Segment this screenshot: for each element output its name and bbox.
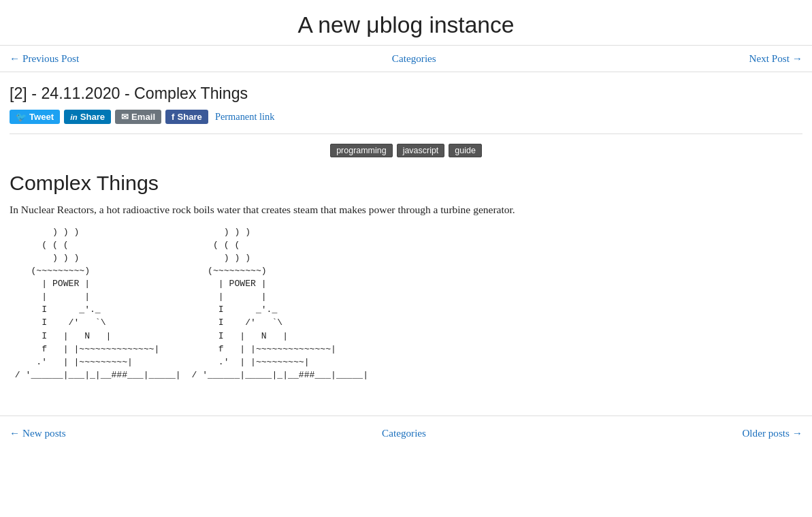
post-intro: In Nuclear Reactors, a hot radioactive r… [10,202,802,217]
email-icon: ✉ [121,112,129,122]
facebook-icon: f [172,112,174,122]
facebook-share-button[interactable]: f Share [165,110,208,124]
tag-javascript[interactable]: javascript [397,144,445,157]
post-content: Complex Things In Nuclear Reactors, a ho… [0,161,812,395]
linkedin-share-button[interactable]: in Share [64,110,111,124]
tag-programming[interactable]: programming [330,144,392,157]
tweet-label: Tweet [29,112,54,122]
tweet-button[interactable]: 🐦 Tweet [10,110,60,124]
post-meta-title: [2] - 24.11.2020 - Complex Things [10,84,802,103]
site-title: A new μblog instance [14,12,798,38]
categories-link-bottom[interactable]: Categories [382,427,426,439]
older-posts-link[interactable]: Older posts → [742,427,802,439]
post-heading: Complex Things [10,171,802,195]
ascii-art: ) ) ) ) ) ) ( ( ( ( ( ( ) ) ) ) ) ) (~~~… [10,225,802,381]
email-label: Email [131,112,155,122]
tags-area: programming javascript guide [0,134,812,161]
twitter-icon: 🐦 [16,112,27,122]
share-bar: 🐦 Tweet in Share ✉ Email f Share Permane… [10,110,802,124]
new-posts-link[interactable]: ← New posts [10,427,66,439]
tag-guide[interactable]: guide [449,144,482,157]
facebook-label: Share [177,112,201,122]
footer-nav: ← New posts Categories Older posts → [0,416,812,450]
categories-link-top[interactable]: Categories [392,52,436,65]
next-post-link[interactable]: Next Post → [749,52,802,65]
linkedin-icon: in [70,112,77,122]
post-header: [2] - 24.11.2020 - Complex Things 🐦 Twee… [0,72,812,134]
site-header: A new μblog instance [0,0,812,46]
prev-post-link[interactable]: ← Previous Post [10,52,79,65]
email-share-button[interactable]: ✉ Email [115,110,161,124]
nav-bar: ← Previous Post Categories Next Post → [0,46,812,72]
linkedin-label: Share [80,112,105,122]
permanent-link[interactable]: Permanent link [215,111,275,123]
